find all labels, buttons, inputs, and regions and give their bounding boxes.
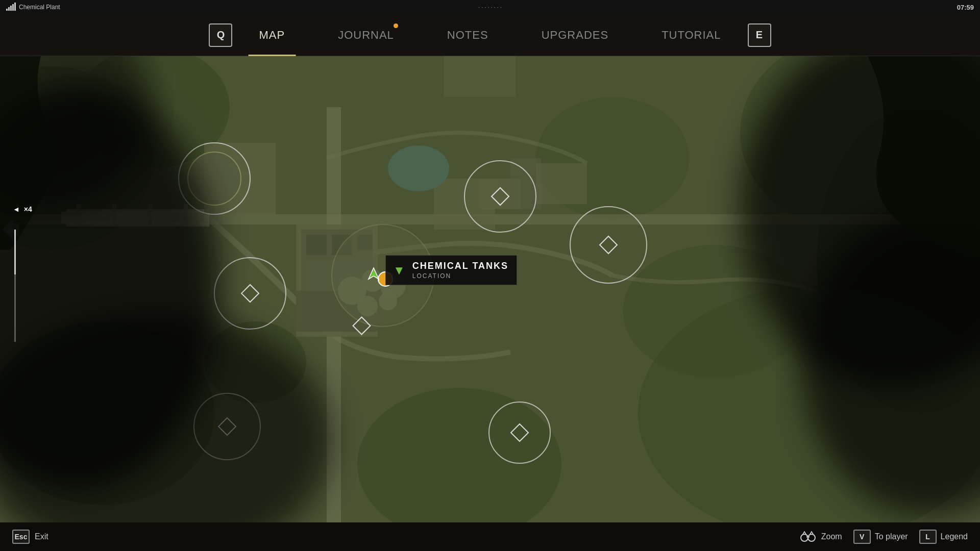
tooltip-content: CHEMICAL TANKS LOCATION [412, 261, 508, 280]
exit-key[interactable]: Esc [12, 530, 30, 544]
signal-icon [6, 4, 16, 11]
journal-notification-dot [394, 23, 398, 28]
speaker-icon: ◄ [13, 205, 20, 213]
location-label: Chemical Plant [19, 4, 60, 11]
to-player-label: To player [875, 532, 908, 541]
svg-rect-64 [806, 536, 810, 538]
to-player-key[interactable]: V [853, 530, 871, 544]
nav-tabs: Q Map Journal Notes Upgrades Tutorial E [209, 14, 771, 56]
tooltip-subtitle: LOCATION [412, 272, 508, 280]
nav-bar: Q Map Journal Notes Upgrades Tutorial E [0, 14, 980, 56]
bottom-right: Zoom V To player L Legend [799, 528, 968, 546]
tab-map[interactable]: Map [232, 14, 311, 56]
zoom-level: ×4 [24, 205, 32, 213]
map-background: ◄ ×4 ▼ CHEMICAL TANKS LOCATION [0, 56, 980, 522]
prev-tab-button[interactable]: Q [209, 23, 232, 47]
tab-journal-label: Journal [338, 29, 394, 42]
to-player-control[interactable]: V To player [853, 530, 908, 544]
legend-control[interactable]: L Legend [919, 530, 968, 544]
location-tooltip: ▼ CHEMICAL TANKS LOCATION [385, 255, 517, 285]
legend-label: Legend [941, 532, 968, 541]
tooltip-title: CHEMICAL TANKS [412, 261, 508, 271]
bottom-bar: Esc Exit Zoom V To player L Legend [0, 522, 980, 551]
zoom-slider-track[interactable] [14, 230, 16, 342]
tab-notes[interactable]: Notes [421, 14, 515, 56]
svg-point-31 [357, 296, 378, 316]
map-container[interactable]: ◄ ×4 ▼ CHEMICAL TANKS LOCATION [0, 56, 980, 522]
svg-rect-36 [444, 56, 516, 97]
svg-rect-40 [536, 163, 587, 204]
tab-tutorial[interactable]: Tutorial [635, 14, 747, 56]
map-svg [0, 56, 980, 522]
clock: 07:59 [957, 4, 974, 11]
exit-label[interactable]: Exit [35, 532, 48, 541]
zoom-control-bottom[interactable]: Zoom [799, 528, 842, 546]
top-bar-center: · · · · · · · · [478, 4, 502, 10]
top-bar: Chemical Plant · · · · · · · · 07:59 [0, 0, 980, 14]
svg-point-32 [379, 292, 397, 310]
dots-decoration: · · · · · · · · [478, 4, 502, 10]
legend-key[interactable]: L [919, 530, 937, 544]
svg-point-39 [388, 145, 449, 191]
tab-upgrades[interactable]: Upgrades [515, 14, 635, 56]
zoom-label: Zoom [821, 532, 842, 541]
tooltip-icon: ▼ [393, 263, 405, 278]
next-tab-button[interactable]: E [748, 23, 771, 47]
zoom-icon [799, 528, 817, 546]
svg-rect-22 [306, 235, 327, 255]
zoom-control: ◄ ×4 [13, 205, 32, 213]
top-bar-left: Chemical Plant [6, 4, 60, 11]
bottom-left: Esc Exit [12, 530, 48, 544]
tab-journal[interactable]: Journal [311, 14, 421, 56]
zoom-slider-fill [14, 230, 16, 274]
